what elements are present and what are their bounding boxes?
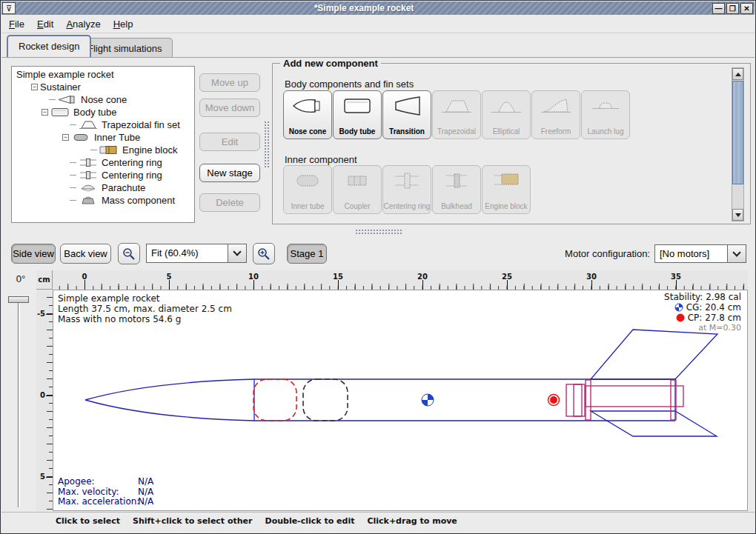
menu-analyze[interactable]: Analyze bbox=[64, 17, 107, 31]
add-coupler-button[interactable]: Coupler bbox=[333, 165, 382, 214]
inner-tube-icon bbox=[71, 133, 90, 142]
add-body-tube-button[interactable]: Body tube bbox=[333, 90, 382, 139]
add-inner-tube-button[interactable]: Inner tube bbox=[283, 165, 332, 214]
back-view-button[interactable]: Back view bbox=[60, 244, 111, 264]
ruler-number: 5 bbox=[167, 273, 172, 281]
lower-fin[interactable] bbox=[591, 411, 717, 436]
chevron-down-icon[interactable] bbox=[727, 245, 746, 262]
tree-item-inner-tube[interactable]: − Inner Tube bbox=[13, 131, 194, 144]
add-centering-ring-button[interactable]: Centering ring bbox=[382, 165, 431, 214]
close-button[interactable]: ✕ bbox=[740, 3, 753, 14]
horizontal-splitter-handle[interactable] bbox=[355, 229, 402, 235]
title-bar: ⊽ *Simple example rocket — ❒ ✕ bbox=[1, 1, 755, 15]
add-bulkhead-button[interactable]: Bulkhead bbox=[432, 165, 481, 214]
max-acceleration-value: N/A bbox=[138, 497, 153, 507]
scrollbar-thumb[interactable] bbox=[732, 81, 743, 184]
maximize-button[interactable]: ❒ bbox=[726, 3, 739, 14]
add-transition-button[interactable]: Transition bbox=[382, 90, 431, 139]
motor-configuration-value: [No motors] bbox=[655, 245, 727, 262]
cp-marker[interactable] bbox=[548, 395, 560, 406]
vertical-splitter-handle[interactable] bbox=[264, 121, 270, 168]
ruler-number: 15 bbox=[333, 273, 343, 281]
elliptical-fin-shape-icon bbox=[490, 96, 523, 116]
tree-item-sustainer[interactable]: − Sustainer bbox=[13, 81, 194, 93]
ruler-tick bbox=[84, 280, 85, 290]
rotation-slider-track[interactable] bbox=[18, 297, 20, 507]
add-launch-lug-button[interactable]: Launch lug bbox=[581, 90, 630, 139]
engine-block-shape-icon bbox=[490, 170, 523, 191]
component-tree[interactable]: Simple example rocket − Sustainer Nose c… bbox=[11, 66, 195, 223]
collapse-icon[interactable]: − bbox=[62, 134, 69, 141]
move-down-button[interactable]: Move down bbox=[199, 99, 260, 117]
main-tabs: Rocket design Flight simulations bbox=[1, 34, 755, 57]
tree-item-parachute[interactable]: Parachute bbox=[13, 181, 194, 194]
group-title: Add new component bbox=[280, 58, 381, 69]
add-nose-cone-button[interactable]: Nose cone bbox=[283, 90, 332, 139]
inner-tube-outline[interactable] bbox=[586, 386, 683, 407]
move-up-button[interactable]: Move up bbox=[199, 73, 260, 92]
collapse-icon[interactable]: − bbox=[31, 84, 38, 90]
component-button-label: Trapezoidal bbox=[437, 128, 476, 136]
parachute-outline[interactable] bbox=[253, 379, 296, 421]
menu-bar: File Edit Analyze Help bbox=[1, 15, 755, 33]
tab-rocket-design[interactable]: Rocket design bbox=[7, 35, 91, 57]
cg-marker[interactable] bbox=[422, 394, 434, 406]
add-trapezoidal-fin-button[interactable]: Trapezoidal bbox=[432, 90, 481, 139]
zoom-out-button[interactable] bbox=[118, 243, 140, 264]
side-view-button[interactable]: Side view bbox=[11, 244, 56, 264]
tree-item-centering-ring-2[interactable]: Centering ring bbox=[13, 169, 194, 181]
scroll-down-icon[interactable] bbox=[732, 209, 743, 221]
add-engine-block-button[interactable]: Engine block bbox=[482, 165, 531, 214]
magnifier-plus-icon bbox=[257, 247, 271, 261]
window-menu-icon[interactable]: ⊽ bbox=[2, 2, 16, 14]
menu-file[interactable]: File bbox=[7, 17, 31, 31]
tree-item-centering-ring-1[interactable]: Centering ring bbox=[13, 156, 194, 169]
rocket-outline[interactable] bbox=[85, 330, 717, 436]
add-freeform-fin-button[interactable]: Freeform bbox=[531, 90, 580, 139]
launch-lug-shape-icon bbox=[589, 96, 622, 116]
component-button-label: Coupler bbox=[344, 203, 370, 210]
motor-configuration-select[interactable]: [No motors] bbox=[654, 244, 746, 263]
new-stage-button[interactable]: New stage bbox=[199, 164, 260, 182]
ruler-tick bbox=[253, 280, 254, 290]
body-components-row: Nose cone Body tube Transition Trapezoid… bbox=[283, 90, 630, 139]
hint-click-drag: Click+drag to move bbox=[367, 516, 457, 533]
motor-mount-components[interactable] bbox=[566, 380, 683, 420]
zoom-select[interactable]: Fit (60.4%) bbox=[146, 244, 247, 263]
rocket-canvas[interactable]: Simple example rocket Length 37.5 cm, ma… bbox=[53, 290, 748, 511]
upper-fin[interactable] bbox=[591, 330, 717, 379]
delete-button[interactable]: Delete bbox=[199, 193, 260, 212]
flight-info-block: Apogee:N/A Max. velocity:N/A Max. accele… bbox=[58, 477, 221, 507]
menu-edit[interactable]: Edit bbox=[36, 17, 60, 31]
tree-item-fin-set[interactable]: Trapezoidal fin set bbox=[13, 119, 194, 131]
minimize-button[interactable]: — bbox=[712, 3, 725, 14]
add-elliptical-fin-button[interactable]: Elliptical bbox=[482, 90, 531, 139]
tree-item-rocket[interactable]: Simple example rocket bbox=[13, 68, 194, 81]
cp-legend-icon bbox=[676, 313, 685, 322]
ruler-number: 5 bbox=[40, 473, 45, 481]
chevron-down-icon[interactable] bbox=[228, 244, 246, 262]
zoom-in-button[interactable] bbox=[253, 243, 275, 264]
edit-button[interactable]: Edit bbox=[199, 133, 260, 151]
nose-cone-shape-icon bbox=[291, 96, 324, 116]
cg-legend-icon bbox=[674, 303, 683, 312]
tree-item-engine-block[interactable]: Engine block bbox=[13, 144, 194, 156]
scroll-up-icon[interactable] bbox=[732, 68, 743, 80]
component-button-label: Nose cone bbox=[289, 128, 327, 136]
tree-item-body-tube[interactable]: − Body tube bbox=[13, 106, 194, 119]
component-button-label: Engine block bbox=[485, 203, 527, 210]
menu-help[interactable]: Help bbox=[112, 17, 140, 31]
window-title: *Simple example rocket bbox=[16, 3, 712, 13]
ruler-number: 25 bbox=[502, 273, 512, 281]
tree-item-mass-component[interactable]: Mass component bbox=[13, 194, 194, 207]
rotation-slider-handle[interactable] bbox=[8, 296, 29, 303]
coupler-shape-icon bbox=[341, 170, 374, 191]
component-scrollbar[interactable] bbox=[732, 67, 744, 221]
motor-configuration-label: Motor configuration: bbox=[565, 248, 650, 259]
mass-component-outline[interactable] bbox=[303, 379, 348, 421]
component-button-label: Inner tube bbox=[291, 203, 324, 210]
tree-item-nose-cone[interactable]: Nose cone bbox=[13, 93, 194, 106]
stage-1-toggle[interactable]: Stage 1 bbox=[287, 244, 327, 264]
tree-branch bbox=[70, 175, 76, 176]
collapse-icon[interactable]: − bbox=[42, 109, 48, 116]
